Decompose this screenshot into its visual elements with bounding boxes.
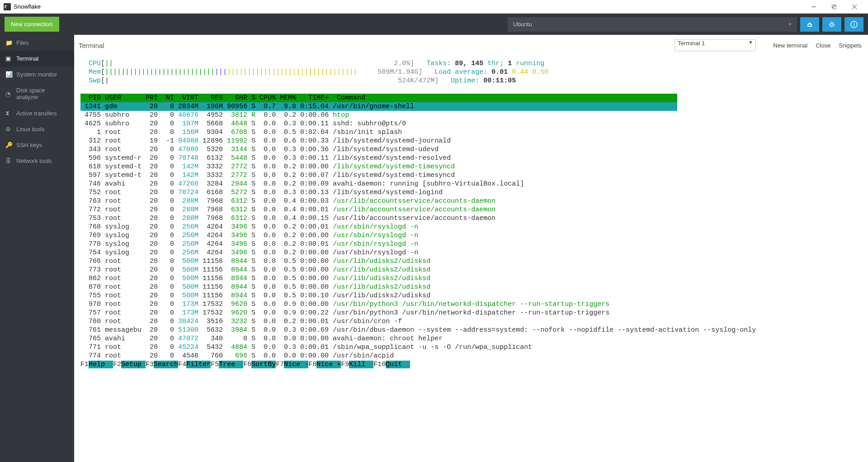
content-title: Terminal [79,42,675,49]
sidebar-item-terminal[interactable]: ▣Terminal [0,51,74,67]
minimize-button[interactable] [803,0,824,14]
session-label: Ubuntu [513,21,532,28]
disconnect-button[interactable] [800,17,819,32]
close-terminal-link[interactable]: Close [816,42,830,49]
svg-rect-5 [833,6,836,9]
sidebar-label: Linux tools [16,126,44,133]
svg-line-14 [830,22,830,23]
snippets-link[interactable]: Snippets [839,42,862,49]
content-header: Terminal Terminal 1 ▼ New terminal Close… [74,35,868,55]
svg-point-19 [854,23,854,24]
sidebar-item-system-monitor[interactable]: 📊System monitor [0,67,74,82]
titlebar: Snowflake [0,0,868,14]
window-title: Snowflake [14,3,803,10]
svg-rect-0 [4,3,11,10]
sidebar-label: Network tools [16,157,52,164]
info-button[interactable] [844,17,863,32]
chevron-down-icon: ▼ [748,40,753,45]
terminal-tab-select[interactable]: Terminal 1 ▼ [675,39,756,51]
sidebar-item-files[interactable]: 📁Files [0,35,74,51]
svg-line-15 [834,26,835,27]
new-connection-button[interactable]: New connection [5,17,59,32]
network-icon: 🗄 [5,157,16,164]
sidebar-label: Terminal [16,55,38,62]
pie-icon: ◔ [5,90,16,97]
terminal-output[interactable]: CPU[|| 2.0%] Tasks: 89, 145 thr; 1 runni… [74,55,868,462]
toolbar: New connection Ubuntu ▼ [0,14,868,35]
gear-icon: ⚙ [5,126,16,133]
close-button[interactable] [844,0,864,14]
sidebar-label: SSH keys [16,142,42,148]
sidebar-label: System monitor [16,71,57,78]
sidebar-item-active-transfers[interactable]: ⧗Active transfers [0,105,74,121]
folder-icon: 📁 [5,39,16,46]
sidebar-item-network-tools[interactable]: 🗄Network tools [0,153,74,169]
sidebar-label: Active transfers [16,110,57,117]
new-terminal-link[interactable]: New terminal [773,42,807,49]
terminal-icon: ▣ [5,55,16,62]
session-dropdown[interactable]: Ubuntu ▼ [508,17,797,32]
sidebar-label: Disk space analyzer [16,87,69,100]
svg-line-16 [830,26,830,27]
terminal-tab-label: Terminal 1 [678,40,705,47]
svg-line-17 [834,22,835,23]
sidebar-item-ssh-keys[interactable]: 🔑SSH keys [0,137,74,153]
sidebar-item-linux-tools[interactable]: ⚙Linux tools [0,121,74,137]
chevron-down-icon: ▼ [788,22,793,27]
hourglass-icon: ⧗ [5,110,16,117]
svg-rect-2 [5,7,6,8]
sidebar-item-disk-analyzer[interactable]: ◔Disk space analyzer [0,82,74,105]
svg-rect-1 [5,5,7,6]
chart-icon: 📊 [5,71,16,78]
sidebar-label: Files [16,39,28,46]
app-icon [4,3,11,10]
settings-button[interactable] [822,17,841,32]
sidebar: 📁Files ▣Terminal 📊System monitor ◔Disk s… [0,35,74,462]
maximize-button[interactable] [824,0,844,14]
svg-point-9 [830,23,833,26]
key-icon: 🔑 [5,142,16,148]
